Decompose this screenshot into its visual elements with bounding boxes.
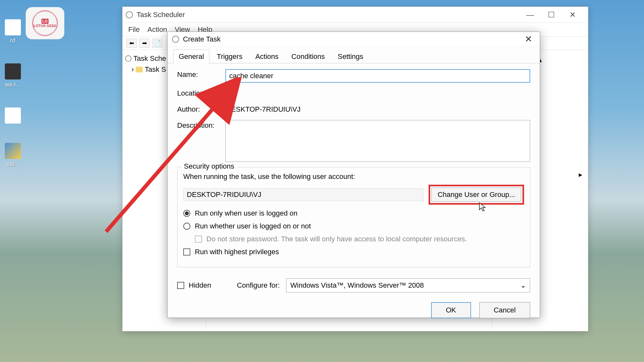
tab-label: General: [179, 52, 204, 60]
chevron-down-icon: ⌄: [520, 281, 526, 290]
logo-badge: LG LOTUS GEEK: [26, 7, 64, 39]
checkbox-icon: [195, 236, 202, 243]
radio-label: Run whether user is logged on or not: [195, 222, 311, 230]
create-task-dialog: Create Task ✕ General Triggers Actions C…: [167, 32, 540, 318]
file-icon: [5, 63, 21, 79]
desktop-icon[interactable]: [0, 107, 26, 124]
minimize-button[interactable]: —: [524, 10, 536, 19]
titlebar[interactable]: Task Scheduler — ☐ ✕: [122, 7, 588, 23]
dialog-title: Create Task: [183, 35, 522, 43]
logo-text: LOTUS GEEK: [33, 24, 57, 28]
clock-icon: [172, 36, 179, 43]
checkbox-no-store-password: Do not store password. The task will onl…: [183, 235, 524, 243]
name-label: Name:: [177, 69, 219, 79]
forward-button[interactable]: ➡: [139, 39, 150, 48]
tab-actions[interactable]: Actions: [250, 50, 284, 63]
window-title: Task Scheduler: [137, 11, 524, 19]
tree-item-label: Task Sche: [133, 54, 166, 63]
tabs: General Triggers Actions Conditions Sett…: [168, 47, 540, 63]
close-button[interactable]: ✕: [522, 34, 535, 44]
author-value: DESKTOP-7RIDUIU\VJ: [225, 104, 530, 115]
close-button[interactable]: ✕: [567, 10, 578, 19]
tab-general[interactable]: General: [173, 50, 209, 63]
tree-item-label: Task S: [145, 65, 166, 74]
radio-icon: [183, 223, 190, 230]
checkbox-label: Run with highest privileges: [195, 248, 279, 256]
location-value: \: [225, 88, 530, 99]
tab-label: Conditions: [291, 52, 325, 60]
tab-label: Actions: [255, 52, 278, 60]
desktop-icon[interactable]: nst...: [0, 143, 26, 168]
dialog-titlebar[interactable]: Create Task ✕: [168, 32, 540, 47]
ok-button[interactable]: OK: [431, 302, 471, 318]
desktop-icon-label: nst...: [6, 161, 19, 167]
clock-icon: [125, 55, 132, 62]
select-value: Windows Vista™, Windows Server™ 2008: [290, 281, 424, 290]
radio-label: Run only when user is logged on: [195, 209, 297, 218]
up-button[interactable]: 📄: [152, 39, 162, 48]
configure-for-select[interactable]: Windows Vista™, Windows Server™ 2008 ⌄: [286, 278, 530, 292]
checkbox-label: Hidden: [189, 281, 211, 290]
tab-conditions[interactable]: Conditions: [286, 50, 330, 63]
file-icon: [5, 19, 21, 35]
checkbox-highest-privileges[interactable]: Run with highest privileges: [183, 248, 524, 256]
security-options-group: Security options When running the task, …: [177, 167, 530, 267]
radio-icon: [183, 210, 190, 217]
configure-for-label: Configure for:: [237, 281, 280, 290]
name-input[interactable]: [225, 69, 530, 83]
checkbox-hidden[interactable]: Hidden: [177, 281, 211, 290]
location-label: Location:: [177, 88, 219, 97]
tab-label: Triggers: [217, 52, 242, 60]
radio-run-logged-on[interactable]: Run only when user is logged on: [183, 209, 524, 218]
author-label: Author:: [177, 104, 219, 114]
desktop-icon-label: rd: [10, 37, 15, 44]
tab-settings[interactable]: Settings: [332, 50, 369, 63]
tab-triggers[interactable]: Triggers: [211, 50, 248, 63]
maximize-button[interactable]: ☐: [546, 10, 557, 19]
change-user-button[interactable]: Change User or Group...: [431, 188, 521, 202]
checkbox-icon: [177, 282, 184, 289]
menu-file[interactable]: File: [128, 25, 140, 34]
clock-icon: [126, 11, 133, 18]
description-label: Description:: [177, 120, 219, 130]
shield-icon: [5, 143, 21, 159]
user-account-value: DESKTOP-7RIDUIU\VJ: [183, 188, 423, 201]
folder-icon: [136, 67, 143, 72]
description-input[interactable]: [225, 120, 530, 162]
desktop-icon[interactable]: ws-I...: [0, 63, 26, 88]
radio-run-always[interactable]: Run whether user is logged on or not: [183, 222, 524, 230]
annotation-highlight: Change User or Group...: [429, 185, 524, 205]
group-legend: Security options: [181, 162, 237, 171]
checkbox-icon: [183, 248, 190, 255]
desktop-icons: rd ws-I... nst...: [0, 0, 29, 168]
back-button[interactable]: ⬅: [126, 39, 137, 48]
cancel-button[interactable]: Cancel: [479, 302, 530, 318]
file-icon: [5, 107, 21, 124]
menu-action[interactable]: Action: [147, 25, 167, 34]
checkbox-label: Do not store password. The task will onl…: [206, 235, 467, 243]
desktop-icon[interactable]: rd: [0, 19, 26, 44]
tab-label: Settings: [338, 52, 363, 60]
desktop-icon-label: ws-I...: [5, 81, 21, 88]
expand-icon[interactable]: ›: [132, 65, 134, 74]
security-text: When running the task, use the following…: [183, 172, 524, 181]
